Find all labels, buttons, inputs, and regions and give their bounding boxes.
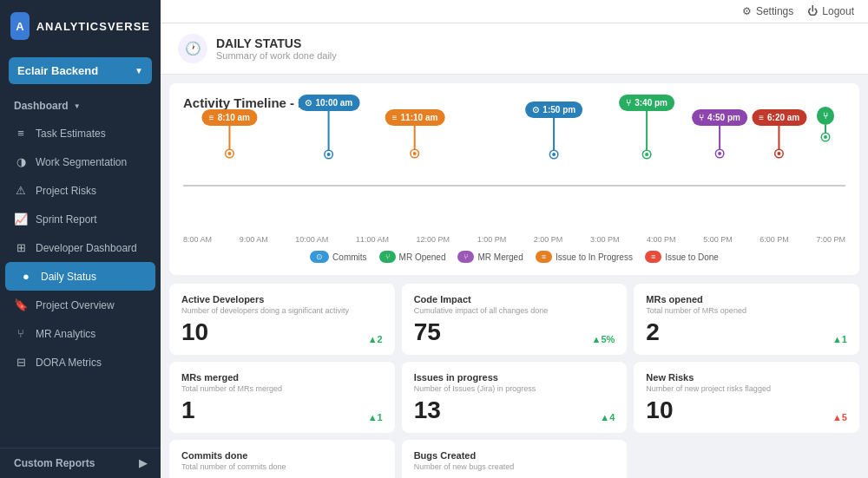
timeline-event: ⑂ 3:40 pm [619,95,674,158]
daily-status-icon: ● [19,270,33,283]
legend-item: ≡ Issue to In Progress [536,251,633,263]
stat-change: ▲1 [368,412,383,422]
event-dot [550,151,557,158]
sidebar-item-developer-dashboard[interactable]: ⊞ Developer Dashboard [0,233,161,262]
stat-value-row: 2 ▲1 [646,320,847,344]
topbar: ⚙ Settings ⏻ Logout [161,0,868,23]
event-time: 6:20 am [767,113,799,122]
event-badge: ≡ 6:20 am [752,109,806,126]
timeline-event: ≡ 6:20 am [752,109,806,157]
project-name: Eclair Backend [17,64,98,77]
stat-desc: Number of Issues (Jira) in progress [414,384,615,393]
time-label: 2:00 PM [534,235,563,244]
event-stem [719,126,720,150]
sidebar-item-mr-analytics[interactable]: ⑂ MR Analytics [0,319,161,348]
sidebar-item-daily-status[interactable]: ● Daily Status [5,262,155,291]
timeline-event: ⑂ [817,107,834,141]
timeline-event: ⊙ 10:00 am [298,95,359,158]
time-label: 8:00 AM [183,235,212,244]
event-icon: ⑂ [626,98,631,108]
event-stem [553,118,555,151]
stat-value: 2 [646,320,660,344]
event-time: 11:10 am [401,113,438,122]
daily-status-title: DAILY STATUS [216,36,337,50]
developer-dashboard-icon: ⊞ [14,241,28,254]
timeline-section: Activity Timeline - May 24 ≡ 8:10 am ⊙ 1… [169,83,859,275]
legend-icon: ⑂ [385,252,390,261]
stat-desc: Number of new project risks flagged [646,384,847,393]
sprint-report-icon: 📈 [14,213,28,226]
nav-menu: ≡ Task Estimates◑ Work Segmentation⚠ Pro… [0,119,161,377]
sidebar-item-dora-metrics[interactable]: ⊟ DORA Metrics [0,348,161,377]
legend-label: MR Merged [477,252,523,262]
stat-desc: Cumulative impact of all changes done [414,306,615,315]
work-segmentation-icon: ◑ [14,155,28,168]
sidebar-item-task-estimates[interactable]: ≡ Task Estimates [0,119,161,147]
sidebar-item-work-segmentation[interactable]: ◑ Work Segmentation [0,147,161,176]
stat-value-row: 1 ▲1 [181,398,383,422]
event-time: 10:00 am [315,98,352,108]
timeline-event: ⑂ 4:50 pm [692,109,747,157]
dashboard-section-label: Dashboard ▼ [0,93,161,119]
timeline-chart: ≡ 8:10 am ⊙ 10:00 am ≡ 11:10 am ⊙ 1:50 p… [183,122,845,226]
event-dot [822,134,829,141]
stat-value-row: 75 ▲5% [414,320,615,344]
stat-change: ▲1 [832,334,847,344]
legend-icon: ≡ [542,252,546,261]
sidebar-item-project-risks[interactable]: ⚠ Project Risks [0,176,161,205]
stat-label: Commits done [181,450,383,461]
stat-change: ▲5% [592,334,615,344]
logout-button[interactable]: ⏻ Logout [807,5,854,17]
sidebar-header: A ANALYTICSVERSE [0,0,161,52]
chevron-down-icon: ▼ [135,66,143,75]
legend-badge: ≡ [645,251,661,263]
event-badge: ≡ 8:10 am [202,109,257,126]
sidebar-item-label: Daily Status [41,271,96,283]
legend-item: ⑂ MR Merged [457,251,523,263]
sidebar-item-sprint-report[interactable]: 📈 Sprint Report [0,205,161,233]
stat-label: MRs merged [181,372,383,383]
daily-status-subtitle: Summary of work done daily [216,50,337,61]
legend-label: MR Opened [399,252,446,262]
stat-desc: Number of developers doing a significant… [181,306,383,315]
event-dot [776,150,783,157]
event-dot [716,150,723,157]
custom-reports-section[interactable]: Custom Reports ▶ [0,448,161,478]
legend-badge: ⊙ [310,251,329,263]
event-dot [411,150,418,157]
event-icon: ⑂ [699,113,704,122]
event-stem [825,125,826,134]
stat-desc: Total number of MRs merged [181,384,383,393]
app-name: ANALYTICSVERSE [36,20,150,33]
timeline-time-labels: 8:00 AM9:00 AM10:00 AM11:00 AM12:00 PM1:… [183,235,845,244]
event-badge: ⑂ 4:50 pm [692,109,747,126]
daily-status-header: 🕐 DAILY STATUS Summary of work done dail… [161,23,868,75]
sidebar-item-label: Work Segmentation [36,156,127,168]
timeline-legend: ⊙ Commits ⑂ MR Opened ⑂ MR Merged ≡ Issu… [183,251,845,263]
time-label: 5:00 PM [703,235,733,244]
legend-label: Commits [332,252,366,262]
stat-label: New Risks [646,372,847,383]
sidebar-item-project-overview[interactable]: 🔖 Project Overview [0,291,161,319]
time-label: 9:00 AM [240,235,268,244]
stat-value: 10 [181,320,208,344]
timeline-title: Activity Timeline - May 24 [183,95,845,110]
task-estimates-icon: ≡ [14,127,28,140]
sidebar-item-label: Task Estimates [36,128,106,140]
legend-badge: ⑂ [457,251,474,263]
stat-value: 75 [414,320,441,344]
project-selector[interactable]: Eclair Backend ▼ [9,57,152,84]
stat-label: MRs opened [646,294,847,304]
stat-value: 10 [646,398,673,422]
legend-item: ⑂ MR Opened [379,251,446,263]
event-stem [228,126,230,150]
event-dot [226,150,233,157]
stat-label: Issues in progress [414,372,615,383]
sidebar-item-label: DORA Metrics [36,357,102,369]
dora-metrics-icon: ⊟ [14,356,28,369]
time-label: 4:00 PM [647,235,676,244]
stat-change: ▲5 [832,412,847,422]
settings-button[interactable]: ⚙ Settings [742,5,793,17]
sidebar: A ANALYTICSVERSE Eclair Backend ▼ Dashbo… [0,0,161,478]
stats-grid: Active Developers Number of developers d… [169,284,859,478]
